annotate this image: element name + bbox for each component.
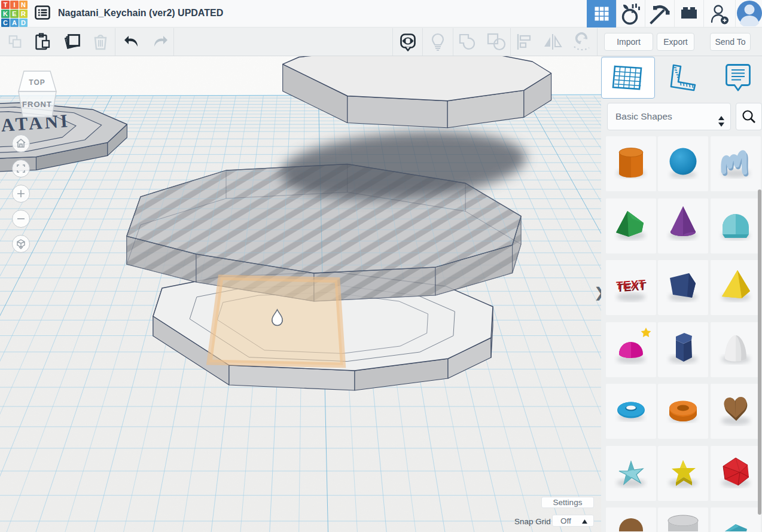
svg-text:TOP: TOP bbox=[29, 78, 45, 87]
svg-text:TEXT: TEXT bbox=[615, 277, 645, 292]
svg-text:FRONT: FRONT bbox=[22, 100, 52, 109]
